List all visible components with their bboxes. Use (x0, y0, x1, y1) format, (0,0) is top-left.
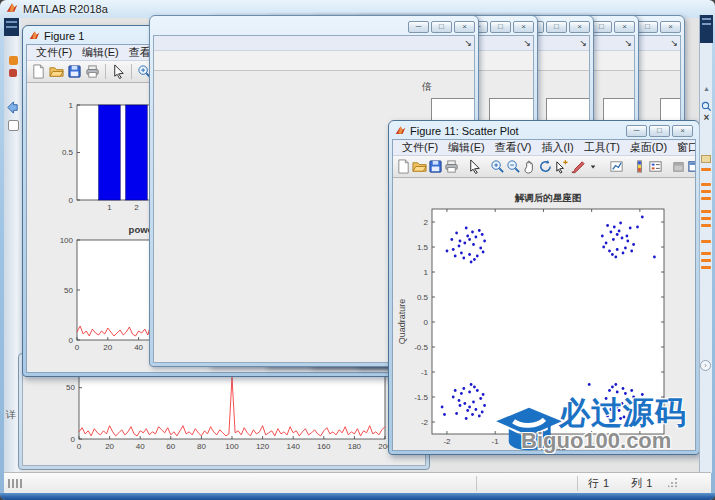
pan-icon[interactable] (522, 158, 537, 175)
svg-text:100: 100 (225, 442, 239, 451)
open-folder-icon[interactable] (48, 63, 65, 80)
warning-mark[interactable] (701, 224, 711, 227)
zoom-in-icon[interactable] (490, 158, 505, 175)
svg-text:0: 0 (69, 196, 74, 205)
resize-grip-icon[interactable] (668, 477, 678, 489)
legend-icon[interactable] (648, 158, 663, 175)
maximize-button[interactable]: □ (431, 21, 452, 33)
svg-text:1: 1 (424, 268, 429, 277)
toolstrip-icon[interactable] (9, 56, 18, 65)
svg-text:120: 120 (256, 442, 270, 451)
menu-item-1[interactable]: 编辑(E) (77, 45, 124, 60)
menu-overflow-chevron-icon[interactable]: ↘ (579, 38, 589, 48)
window-controls: ─□× (626, 125, 693, 137)
menu-overflow-chevron-icon[interactable]: ↘ (670, 38, 680, 48)
menu-overflow-chevron-icon[interactable]: ↘ (624, 38, 634, 48)
message-summary-icon[interactable]: › (700, 360, 711, 371)
back-arrow-icon[interactable] (5, 100, 20, 115)
watermark: 必过源码 Biguo100.com (493, 396, 708, 458)
menu-item-5[interactable]: 桌面(D) (625, 140, 672, 155)
link-plots-icon[interactable] (609, 158, 624, 175)
menu-item-0[interactable]: 文件(F) (31, 45, 77, 60)
data-cursor-icon[interactable] (554, 158, 569, 175)
close-button[interactable]: × (513, 21, 534, 33)
scroll-up-icon[interactable]: ▲ (701, 85, 712, 92)
warning-mark[interactable] (701, 266, 711, 269)
column-value: 1 (646, 477, 652, 489)
warning-mark[interactable] (701, 190, 711, 193)
svg-text:40: 40 (136, 442, 145, 451)
statusbar-grip-icon (8, 479, 24, 488)
svg-text:60: 60 (166, 442, 175, 451)
warning-mark[interactable] (701, 210, 711, 213)
svg-text:160: 160 (317, 442, 331, 451)
zoom-out-icon[interactable] (506, 158, 521, 175)
menu-item-1[interactable]: 编辑(E) (443, 140, 490, 155)
brush-dropdown-icon[interactable] (586, 158, 601, 175)
document-icon[interactable] (8, 120, 19, 131)
message-indicator[interactable] (701, 155, 711, 163)
svg-text:140: 140 (287, 442, 301, 451)
colorbar-icon[interactable] (632, 158, 647, 175)
svg-text:-1.5: -1.5 (414, 393, 428, 402)
close-button[interactable]: × (569, 21, 590, 33)
svg-text:-2: -2 (443, 437, 451, 446)
warning-mark[interactable] (701, 197, 711, 200)
menu-item-0[interactable]: 文件(F) (397, 140, 443, 155)
maximize-button[interactable]: □ (637, 21, 658, 33)
figure1-title: Figure 1 (44, 30, 84, 42)
minimize-button[interactable]: ─ (408, 21, 429, 33)
cursor-icon[interactable] (467, 158, 482, 175)
svg-text:Quadrature: Quadrature (397, 299, 407, 345)
save-icon[interactable] (428, 158, 443, 175)
open-folder-icon[interactable] (412, 158, 427, 175)
svg-text:1: 1 (69, 101, 74, 110)
close-button[interactable]: × (614, 21, 635, 33)
close-button[interactable]: × (660, 21, 681, 33)
print-icon[interactable] (84, 63, 101, 80)
svg-text:-1: -1 (421, 368, 429, 377)
figure11-titlebar[interactable]: Figure 11: Scatter Plot ─□× (392, 123, 696, 139)
warning-mark[interactable] (701, 252, 711, 255)
matlab-figure-icon (395, 122, 406, 140)
menu-item-3[interactable]: 插入(I) (536, 140, 578, 155)
warning-mark[interactable] (701, 259, 711, 262)
svg-text:100: 100 (60, 236, 74, 245)
menu-overflow-chevron-icon[interactable]: ↘ (523, 38, 533, 48)
details-tab-label[interactable]: 详 (6, 408, 16, 422)
column-label: 列 (631, 476, 642, 491)
svg-text:0: 0 (424, 318, 429, 327)
toolbar-separator (105, 64, 106, 79)
menu-overflow-chevron-icon[interactable]: ↘ (464, 38, 474, 48)
print-icon[interactable] (444, 158, 459, 175)
svg-text:180: 180 (348, 442, 362, 451)
brush-icon[interactable] (570, 158, 585, 175)
cursor-icon[interactable] (110, 63, 127, 80)
menu-item-4[interactable]: 工具(T) (579, 140, 625, 155)
close-icon[interactable]: × (701, 112, 712, 123)
warning-mark[interactable] (701, 240, 711, 243)
rotate-3d-icon[interactable] (538, 158, 553, 175)
save-icon[interactable] (66, 63, 83, 80)
maximize-button[interactable]: □ (490, 21, 511, 33)
toolstrip-icon[interactable] (9, 69, 17, 77)
dock-minimize-icon[interactable] (671, 158, 686, 175)
maximize-button[interactable]: □ (649, 125, 670, 137)
warning-mark[interactable] (701, 183, 711, 186)
maximize-button[interactable]: □ (591, 21, 612, 33)
svg-text:20: 20 (105, 442, 114, 451)
watermark-domain: Biguo100.com (521, 428, 671, 454)
close-button[interactable]: × (454, 21, 475, 33)
warning-mark[interactable] (701, 168, 711, 171)
warning-mark[interactable] (701, 217, 711, 220)
close-button[interactable]: × (672, 125, 693, 137)
menu-item-6[interactable]: 窗口(W) (672, 140, 696, 155)
new-document-icon[interactable] (396, 158, 411, 175)
dock-window-icon[interactable] (687, 158, 696, 175)
maximize-button[interactable]: □ (546, 21, 567, 33)
svg-text:0: 0 (77, 442, 82, 451)
new-document-icon[interactable] (30, 63, 47, 80)
minimize-button[interactable]: ─ (626, 125, 647, 137)
main-window-title: MATLAB R2018a (23, 3, 108, 15)
menu-item-2[interactable]: 查看(V) (490, 140, 537, 155)
